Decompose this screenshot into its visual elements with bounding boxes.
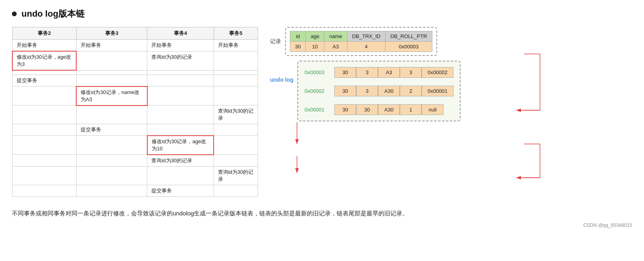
table-cell [12, 106, 76, 124]
table-cell: 开始事务 [147, 40, 214, 52]
record-value-0: 30 [290, 42, 306, 52]
log-cell-2-3: 1 [400, 104, 422, 115]
log-row-1: 0x00002303A3020x00001 [305, 86, 453, 96]
log-cell-0-1: 3 [356, 67, 378, 78]
table-cell [76, 155, 147, 167]
description-paragraph: 不同事务或相同事务对同一条记录进行修改，会导致该记录的undolog生成一条记录… [12, 208, 607, 219]
left-section: 事务2 事务3 事务4 事务5 开始事务开始事务开始事务开始事务修改id为30记… [12, 27, 258, 197]
record-area: 记录 idagenameDB_TRX_IDDB_ROLL_PTR 3010A34… [270, 27, 461, 56]
log-cell-0-2: A3 [378, 67, 400, 78]
undolog-area: undo log 0x00003303A330x000020x00002303A… [270, 61, 461, 121]
table-cell [147, 106, 214, 124]
table-cell [147, 75, 214, 86]
record-value-4: 0x00003 [386, 42, 432, 52]
log-cell-2-2: A30 [378, 104, 400, 115]
record-value-3: 4 [347, 42, 386, 52]
table-cell [76, 185, 147, 196]
log-cell-1-2: A30 [378, 86, 400, 96]
table-cell [214, 86, 258, 106]
table-cell: 查询id为30的记录 [214, 166, 258, 185]
log-cell-2-0: 30 [334, 104, 356, 115]
table-cell: 修改id为30记录，age改为3 [12, 51, 76, 70]
table-cell [12, 70, 76, 75]
right-section: 记录 idagenameDB_TRX_IDDB_ROLL_PTR 3010A34… [270, 27, 632, 121]
log-cell-1-4: 0x00001 [422, 86, 453, 96]
table-cell [147, 124, 214, 136]
col-header-2: 事务4 [147, 27, 214, 40]
undolog-box: 0x00003303A330x000020x00002303A3020x0000… [297, 61, 461, 121]
main-content: 事务2 事务3 事务4 事务5 开始事务开始事务开始事务开始事务修改id为30记… [12, 27, 632, 197]
bullet-icon [12, 12, 17, 16]
log-cell-1-1: 3 [356, 86, 378, 96]
table-cell [12, 86, 76, 106]
record-col-header-1: age [306, 31, 324, 42]
table-cell [76, 136, 147, 155]
col-header-0: 事务2 [12, 27, 76, 40]
log-row-0: 0x00003303A330x00002 [305, 67, 453, 78]
page-title: undo log版本链 [21, 8, 85, 20]
csdn-tag: CSDN @qq_65348015 [12, 223, 632, 228]
record-value-1: 10 [306, 42, 324, 52]
table-cell: 修改id为30记录，age改为10 [147, 136, 214, 155]
table-cell [147, 166, 214, 185]
log-rows-group: 0x00003303A330x000020x00002303A3020x0000… [305, 67, 453, 115]
table-cell: 查询id为30的记录 [147, 51, 214, 70]
table-cell [214, 155, 258, 167]
table-cell [214, 136, 258, 155]
log-addr-0: 0x00003 [305, 69, 330, 75]
table-cell [76, 51, 147, 70]
table-cell: 提交事务 [12, 75, 76, 86]
log-cell-1-0: 30 [334, 86, 356, 96]
col-header-3: 事务5 [214, 27, 258, 40]
transaction-table: 事务2 事务3 事务4 事务5 开始事务开始事务开始事务开始事务修改id为30记… [12, 27, 258, 197]
log-cell-1-3: 2 [400, 86, 422, 96]
table-cell [12, 124, 76, 136]
log-addr-1: 0x00002 [305, 88, 330, 94]
record-col-header-4: DB_ROLL_PTR [386, 31, 432, 42]
table-cell: 开始事务 [76, 40, 147, 52]
log-row-2: 0x000013030A301null [305, 104, 453, 115]
record-value-2: A3 [324, 42, 347, 52]
table-cell [147, 86, 214, 106]
table-cell [214, 185, 258, 196]
table-cell: 查询id为30的记录 [147, 155, 214, 167]
table-cell [12, 166, 76, 185]
table-cell [76, 106, 147, 124]
undolog-label: undo log [270, 77, 293, 83]
table-cell: 开始事务 [12, 40, 76, 52]
table-cell [12, 155, 76, 167]
record-col-header-0: id [290, 31, 306, 42]
table-cell: 开始事务 [214, 40, 258, 52]
title-row: undo log版本链 [12, 8, 632, 20]
table-cell: 修改id为30记录，name改为A3 [76, 86, 147, 106]
table-cell [76, 166, 147, 185]
col-header-1: 事务3 [76, 27, 147, 40]
table-cell [76, 75, 147, 86]
log-cell-0-4: 0x00002 [422, 67, 453, 78]
description-text: 不同事务或相同事务对同一条记录进行修改，会导致该记录的undolog生成一条记录… [12, 208, 607, 219]
log-cell-0-3: 3 [400, 67, 422, 78]
arrows-svg [270, 27, 556, 225]
log-addr-2: 0x00001 [305, 107, 330, 113]
table-cell [214, 75, 258, 86]
log-cell-2-4: null [422, 104, 443, 115]
table-cell [12, 136, 76, 155]
table-cell [76, 70, 147, 75]
record-col-header-2: name [324, 31, 347, 42]
table-cell: 提交事务 [147, 185, 214, 196]
table-cell [214, 51, 258, 70]
table-cell: 提交事务 [76, 124, 147, 136]
log-cell-0-0: 30 [334, 67, 356, 78]
log-cell-2-1: 30 [356, 104, 378, 115]
table-cell [214, 124, 258, 136]
table-cell [214, 70, 258, 75]
diagram-container: 记录 idagenameDB_TRX_IDDB_ROLL_PTR 3010A34… [270, 27, 461, 121]
table-cell [12, 185, 76, 196]
record-box: idagenameDB_TRX_IDDB_ROLL_PTR 3010A340x0… [285, 27, 437, 56]
record-table: idagenameDB_TRX_IDDB_ROLL_PTR 3010A340x0… [290, 31, 432, 52]
record-col-header-3: DB_TRX_ID [347, 31, 386, 42]
table-cell [147, 70, 214, 75]
table-cell: 查询id为30的记录 [214, 106, 258, 124]
record-label: 记录 [270, 38, 281, 45]
